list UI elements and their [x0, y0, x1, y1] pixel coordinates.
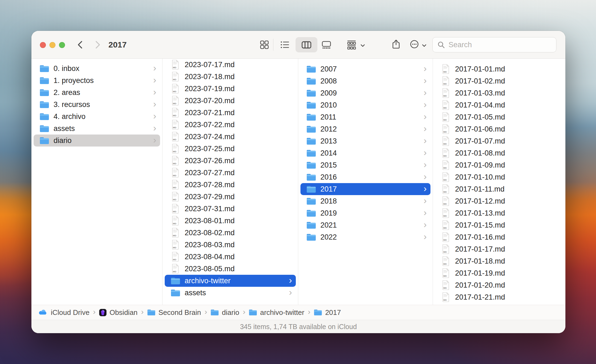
file-row[interactable]: MD 2017-01-18.md: [435, 255, 563, 267]
chevron-down-icon[interactable]: [360, 43, 365, 48]
folder-row[interactable]: 2013 ›: [300, 135, 430, 147]
markdown-file-icon: MD: [170, 216, 181, 226]
file-row[interactable]: MD 2017-01-06.md: [435, 123, 563, 135]
folder-row[interactable]: assets ›: [34, 123, 160, 135]
folder-row[interactable]: 2014 ›: [300, 147, 430, 159]
file-row[interactable]: MD 2023-08-05.md: [165, 263, 296, 275]
file-row[interactable]: MD 2023-07-27.md: [165, 167, 296, 179]
folder-row[interactable]: 1. proyectos ›: [34, 74, 160, 86]
folder-row[interactable]: archivo-twitter ›: [165, 275, 296, 287]
file-row[interactable]: MD 2017-01-03.md: [435, 87, 563, 99]
minimize-button[interactable]: [49, 42, 55, 48]
search-input[interactable]: [449, 41, 552, 49]
file-row[interactable]: MD 2023-07-19.md: [165, 83, 296, 95]
file-row[interactable]: MD 2023-08-04.md: [165, 251, 296, 263]
file-row[interactable]: MD 2023-08-01.md: [165, 215, 296, 227]
file-row[interactable]: MD 2017-01-20.md: [435, 279, 563, 291]
breadcrumb-item[interactable]: 2017: [314, 308, 341, 317]
chevron-right-icon: ›: [153, 123, 157, 132]
folder-row[interactable]: 2022 ›: [300, 231, 430, 243]
file-row[interactable]: MD 2023-07-26.md: [165, 155, 296, 167]
file-row[interactable]: MD 2023-07-20.md: [165, 95, 296, 107]
file-row[interactable]: MD 2023-07-21.md: [165, 107, 296, 119]
folder-row[interactable]: 3. recursos ›: [34, 99, 160, 111]
file-row[interactable]: MD 2017-01-07.md: [435, 135, 563, 147]
file-row[interactable]: MD 2017-01-12.md: [435, 195, 563, 207]
file-name: 2023-07-26.md: [185, 157, 293, 165]
breadcrumb-item[interactable]: archivo-twitter: [249, 308, 304, 317]
chevron-right-icon: ›: [424, 148, 428, 157]
folder-row[interactable]: 2008 ›: [300, 75, 430, 87]
column-archivo-twitter[interactable]: 2007 › 2008 › 2009 ›: [298, 59, 433, 305]
file-name: 2017-01-09.md: [455, 161, 560, 169]
file-row[interactable]: MD 2017-01-15.md: [435, 219, 563, 231]
chevron-down-icon[interactable]: [421, 43, 427, 48]
forward-button[interactable]: [93, 40, 103, 50]
folder-row[interactable]: 2. areas ›: [34, 86, 160, 99]
folder-row[interactable]: assets ›: [165, 287, 296, 299]
folder-row[interactable]: 2021 ›: [300, 219, 430, 231]
column-sidebar[interactable]: 0. inbox › 1. proyectos › 2. areas ›: [31, 59, 163, 305]
column-diario[interactable]: MD 2023-07-17.md MD 2023-07-18.md: [163, 59, 298, 305]
back-button[interactable]: [75, 40, 85, 50]
file-row[interactable]: MD 2017-01-17.md: [435, 243, 563, 255]
folder-row[interactable]: 2019 ›: [300, 207, 430, 219]
icons-view-button[interactable]: [259, 40, 269, 50]
file-row[interactable]: MD 2017-01-08.md: [435, 147, 563, 159]
file-row[interactable]: MD 2023-07-29.md: [165, 191, 296, 203]
breadcrumb-item[interactable]: Second Brain: [147, 308, 201, 317]
breadcrumb-item[interactable]: Obsidian: [99, 308, 138, 317]
gallery-view-button[interactable]: [321, 40, 331, 50]
file-row[interactable]: MD 2017-01-09.md: [435, 159, 563, 171]
svg-text:MD: MD: [173, 90, 176, 93]
folder-row[interactable]: 2012 ›: [300, 123, 430, 135]
file-row[interactable]: MD 2023-07-24.md: [165, 131, 296, 143]
file-row[interactable]: MD 2017-01-13.md: [435, 207, 563, 219]
folder-row[interactable]: 2016 ›: [300, 171, 430, 183]
file-name: 2017-01-06.md: [455, 125, 560, 133]
folder-row[interactable]: 2015 ›: [300, 159, 430, 171]
folder-row[interactable]: 4. archivo ›: [34, 111, 160, 123]
markdown-file-icon: MD: [170, 60, 181, 70]
folder-name: 2015: [320, 161, 424, 169]
folder-row[interactable]: 2007 ›: [300, 63, 430, 75]
search-field[interactable]: [432, 37, 556, 52]
file-row[interactable]: MD 2017-01-11.md: [435, 183, 563, 195]
file-row[interactable]: MD 2017-01-01.md: [435, 63, 563, 75]
file-row[interactable]: MD 2017-01-21.md: [435, 291, 563, 303]
file-row[interactable]: MD 2017-01-10.md: [435, 171, 563, 183]
group-by-button[interactable]: [347, 40, 356, 50]
file-row[interactable]: MD 2023-07-17.md: [165, 59, 296, 71]
file-row[interactable]: MD 2023-07-22.md: [165, 119, 296, 131]
folder-row[interactable]: diario ›: [34, 135, 160, 147]
folder-row[interactable]: 2011 ›: [300, 111, 430, 123]
file-row[interactable]: MD 2023-07-28.md: [165, 179, 296, 191]
file-row[interactable]: MD 2017-01-04.md: [435, 99, 563, 111]
file-row[interactable]: MD 2023-08-02.md: [165, 227, 296, 239]
file-row[interactable]: MD 2017-01-16.md: [435, 231, 563, 243]
columns-view-button[interactable]: [296, 37, 317, 52]
breadcrumb-item[interactable]: diario: [211, 308, 239, 317]
folder-row[interactable]: 2010 ›: [300, 99, 430, 111]
status-bar: 345 items, 1,74 TB available on iCloud: [31, 320, 565, 333]
folder-row[interactable]: 2017 ›: [300, 183, 430, 195]
column-2017[interactable]: MD 2017-01-01.md MD 2017-01-02.md: [433, 59, 565, 305]
list-view-button[interactable]: [280, 40, 290, 50]
file-row[interactable]: MD 2023-08-03.md: [165, 239, 296, 251]
breadcrumb-item[interactable]: iCloud Drive: [38, 308, 90, 317]
file-row[interactable]: MD 2017-01-19.md: [435, 267, 563, 279]
file-row[interactable]: MD 2023-07-25.md: [165, 143, 296, 155]
file-row[interactable]: MD 2017-01-05.md: [435, 111, 563, 123]
folder-row[interactable]: 2018 ›: [300, 195, 430, 207]
folder-row[interactable]: 2009 ›: [300, 87, 430, 99]
file-row[interactable]: MD 2023-07-18.md: [165, 71, 296, 83]
file-row[interactable]: MD 2023-07-31.md: [165, 203, 296, 215]
folder-name: archivo-twitter: [185, 277, 289, 285]
file-row[interactable]: MD 2017-01-02.md: [435, 75, 563, 87]
folder-name: 2011: [320, 113, 424, 121]
zoom-button[interactable]: [59, 42, 65, 48]
share-icon[interactable]: [391, 39, 401, 49]
close-button[interactable]: [40, 42, 46, 48]
more-actions-button[interactable]: [409, 39, 420, 49]
folder-row[interactable]: 0. inbox ›: [34, 62, 160, 74]
